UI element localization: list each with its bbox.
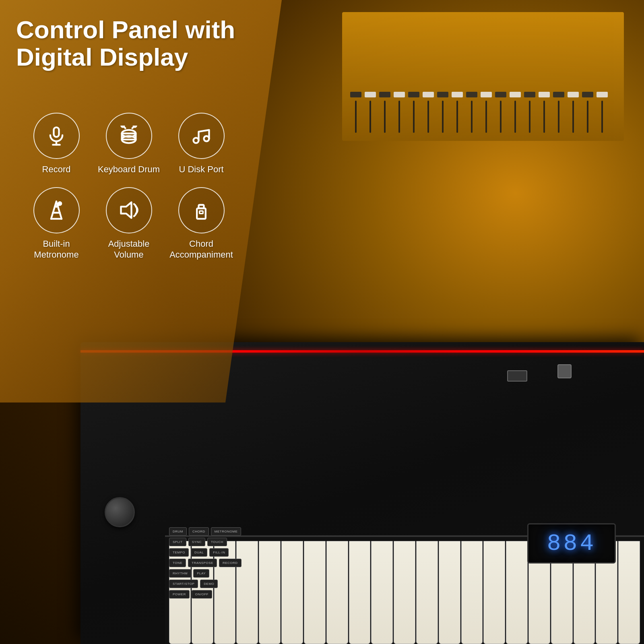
feature-circle-drum [106,113,152,159]
title-line-2: Digital Display [16,43,188,71]
svg-point-8 [122,126,124,127]
feature-record: Record [24,113,89,175]
feature-metronome: Built-inMetronome [24,187,89,260]
touch-button[interactable]: TOUCH [207,538,227,546]
feature-label-metronome: Built-inMetronome [34,238,78,260]
feature-u-disk: U Disk Port [169,113,233,175]
tone-button[interactable]: TONE [169,559,186,567]
button-row-6: START/STOP DEMO [169,580,543,588]
rhythm-button[interactable]: RHYTHM [169,569,191,578]
split-button[interactable]: SPLIT [169,538,186,546]
usb-port [507,370,527,382]
svg-point-15 [58,202,61,205]
fill-in-button[interactable]: FILL-IN [209,548,229,557]
feature-label-volume: AdjustableVolume [108,238,150,260]
demo-button[interactable]: DEMO [200,580,218,588]
feature-label-chord: ChordAccompaniment [169,238,233,260]
feature-label-udisk: U Disk Port [179,164,223,175]
record-button[interactable]: RECORD [219,559,242,567]
dual-button[interactable]: DUAL [191,548,207,557]
transpose-button[interactable]: TRANSPOSE [188,559,217,567]
feature-chord: ChordAccompaniment [169,187,233,260]
piano-buttons-area: DRUM CHORD METRONOME SPLIT SYNC TOUCH TE… [169,527,543,644]
button-row-3: TEMPO DUAL FILL-IN [169,548,543,557]
feature-keyboard-drum: Keyboard Drum [97,113,161,175]
title-line-1: Control Panel with [16,16,235,43]
button-row-4: TONE TRANSPOSE RECORD [169,559,543,567]
button-row-7: POWER ON/OFF [169,590,543,599]
button-row-1: DRUM CHORD METRONOME [169,527,543,536]
display-value: 884 [547,530,596,557]
speaker-icon [118,200,139,221]
button-row-2: SPLIT SYNC TOUCH [169,538,543,546]
svg-point-9 [134,126,136,127]
chord-button[interactable]: CHORD [189,527,209,536]
svg-rect-19 [200,211,203,214]
svg-rect-0 [54,127,59,137]
sync-button[interactable]: SYNC [188,538,205,546]
usb-drive-icon [191,200,212,221]
microphone-icon [46,126,67,147]
svg-point-10 [194,138,199,143]
feature-circle-volume [106,187,152,233]
lid-hinge [557,364,572,378]
title-section: Control Panel with Digital Display [16,16,235,71]
metronome-icon [46,200,67,221]
play-button[interactable]: PLAY [193,569,209,578]
svg-point-11 [204,136,209,141]
mixer-visual [342,12,624,141]
feature-circle-chord [178,187,225,233]
drum-button[interactable]: DRUM [169,527,187,536]
metronome-button[interactable]: METRONOME [211,527,241,536]
svg-marker-16 [121,202,132,218]
feature-circle-record [33,113,80,159]
on-off-button[interactable]: ON/OFF [192,590,212,599]
power-button[interactable]: POWER [169,590,190,599]
start-stop-button[interactable]: START/STOP [169,580,198,588]
features-grid: Record Keyboard Drum U Disk Port [24,113,233,260]
button-row-5: RHYTHM PLAY [169,569,543,578]
music-note-icon [191,126,212,147]
main-title: Control Panel with Digital Display [16,16,235,71]
white-key[interactable] [618,541,640,644]
svg-rect-18 [199,205,204,208]
drum-icon [118,126,139,147]
feature-circle-metronome [33,187,80,233]
digital-display: 884 [527,523,616,564]
feature-circle-udisk [178,113,225,159]
feature-volume: AdjustableVolume [97,187,161,260]
volume-knob[interactable] [105,497,135,527]
feature-label-drum: Keyboard Drum [98,164,160,175]
tempo-button[interactable]: TEMPO [169,548,189,557]
feature-label-record: Record [42,164,71,175]
